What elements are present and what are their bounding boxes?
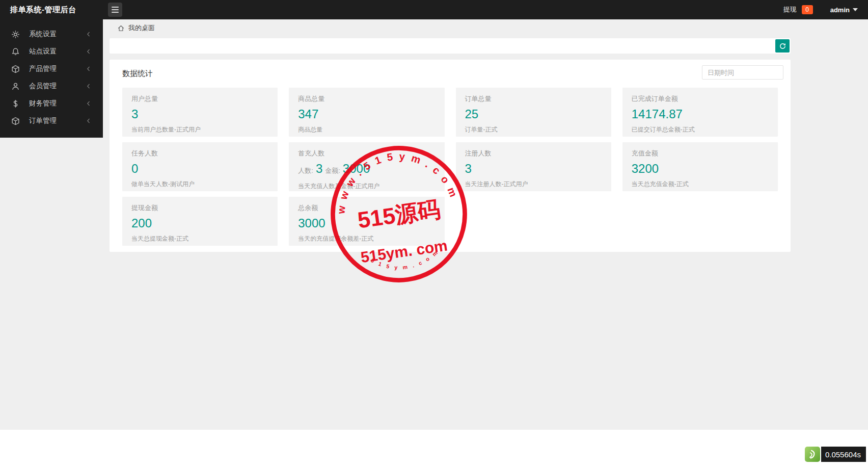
sidebar-item-label: 系统设置 (29, 30, 86, 39)
stats-cards-grid: 用户总量 3 当前用户总数量-正式用户 商品总量 347 商品总量 订单总量 2… (122, 88, 778, 246)
chevron-left-icon (86, 83, 92, 89)
sidebar-item-label: 产品管理 (29, 64, 86, 73)
user-icon (11, 82, 20, 91)
menu-toggle-button[interactable] (108, 3, 122, 17)
chevron-left-icon (86, 48, 92, 55)
stat-card-first-charge: 首充人数 人数: 3 金额: 3000 当天充值人数及金额-正式用户 (289, 142, 444, 191)
cube-icon (11, 117, 20, 125)
sidebar-item-label: 会员管理 (29, 82, 86, 91)
stat-value: 3200 (632, 162, 769, 176)
stat-value: 200 (131, 216, 268, 230)
breadcrumb-label[interactable]: 我的桌面 (128, 23, 155, 33)
debug-trace: 0.055604s (805, 447, 866, 462)
username: admin (830, 6, 850, 14)
sidebar-item-product-management[interactable]: 产品管理 (0, 60, 103, 77)
chevron-left-icon (86, 31, 92, 37)
breadcrumb: 我的桌面 (117, 23, 155, 33)
withdraw-link[interactable]: 提现 (783, 5, 797, 14)
stat-card-registered-users: 注册人数 3 当天注册人数-正式用户 (456, 142, 611, 191)
stat-value: 3 (465, 162, 602, 176)
stats-panel: 数据统计 用户总量 3 当前用户总数量-正式用户 商品总量 347 商品总量 订… (110, 60, 791, 252)
stat-value: 347 (298, 107, 435, 121)
stat-card-total-products: 商品总量 347 商品总量 (289, 88, 444, 137)
stat-value: 0 (131, 162, 268, 176)
stat-value: 3 (131, 107, 268, 121)
sidebar-item-system-settings[interactable]: 系统设置 (0, 25, 103, 43)
stat-card-total-orders: 订单总量 25 订单量-正式 (456, 88, 611, 137)
stat-card-recharge-amount: 充值金额 3200 当天总充值金额-正式 (622, 142, 778, 191)
hamburger-icon (112, 7, 119, 8)
sidebar-item-site-settings[interactable]: 站点设置 (0, 43, 103, 60)
admin-dashboard: 排单系统-管理后台 提现 0 admin 系统设置 站点设置 (0, 0, 868, 467)
tab-toolbar (110, 38, 791, 54)
user-dropdown[interactable]: admin (830, 6, 858, 14)
stat-pair-values: 人数: 3 金额: 3000 (298, 162, 435, 178)
sidebar-item-order-management[interactable]: 订单管理 (0, 112, 103, 129)
stat-card-task-users: 任务人数 0 做单当天人数-测试用户 (122, 142, 278, 191)
elapsed-time-badge: 0.055604s (821, 447, 866, 462)
home-icon (117, 24, 125, 32)
thinkphp-logo-icon[interactable] (805, 447, 820, 462)
panel-title: 数据统计 (122, 69, 153, 79)
sidebar-item-label: 站点设置 (29, 47, 86, 56)
refresh-icon (779, 42, 786, 50)
stat-card-total-users: 用户总量 3 当前用户总数量-正式用户 (122, 88, 278, 137)
bell-icon (11, 47, 20, 56)
chevron-down-icon (853, 8, 858, 11)
stat-value: 3000 (343, 162, 370, 176)
cube-icon (11, 65, 20, 73)
stat-value: 14174.87 (632, 107, 769, 121)
withdraw-count-badge[interactable]: 0 (802, 5, 813, 14)
sidebar-item-finance-management[interactable]: 财务管理 (0, 95, 103, 112)
sidebar-item-member-management[interactable]: 会员管理 (0, 77, 103, 95)
footer-strip (0, 430, 868, 467)
stat-card-withdraw-amount: 提现金额 200 当天总提现金额-正式 (122, 197, 278, 246)
chevron-left-icon (86, 66, 92, 72)
app-title: 排单系统-管理后台 (0, 5, 76, 15)
sidebar-item-label: 财务管理 (29, 99, 86, 108)
stat-card-total-balance: 总余额 3000 当天的充值提现余额差-正式 (289, 197, 444, 246)
dollar-icon (11, 99, 20, 108)
chevron-left-icon (86, 100, 92, 107)
stat-value: 3 (316, 162, 322, 176)
refresh-button[interactable] (775, 39, 790, 53)
header-right: 提现 0 admin (783, 0, 858, 19)
gear-icon (11, 30, 20, 39)
chevron-left-icon (86, 118, 92, 124)
sidebar: 系统设置 站点设置 产品管理 会员管理 (0, 19, 103, 138)
date-range-input[interactable] (702, 65, 783, 80)
sidebar-item-label: 订单管理 (29, 116, 86, 125)
stat-value: 25 (465, 107, 602, 121)
top-header: 排单系统-管理后台 提现 0 admin (0, 0, 868, 19)
stat-value: 3000 (298, 216, 435, 230)
stat-card-completed-order-amount: 已完成订单金额 14174.87 已提交订单总金额-正式 (622, 88, 778, 137)
